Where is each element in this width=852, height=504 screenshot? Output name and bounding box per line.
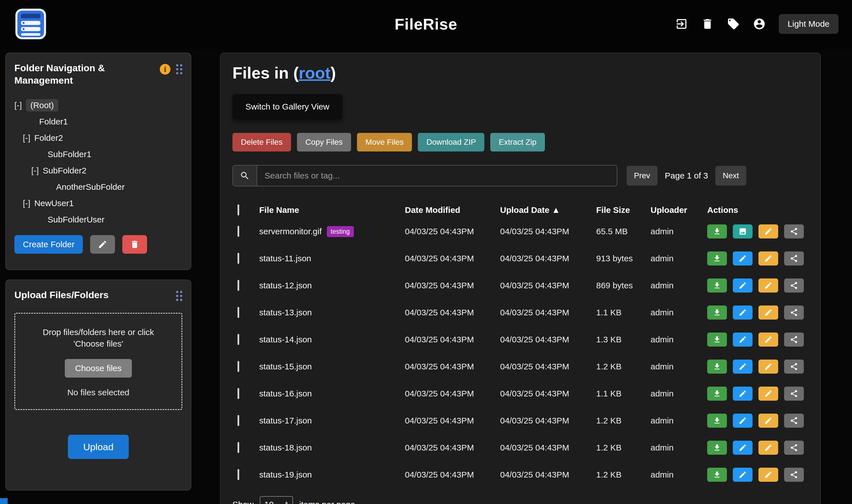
tree-toggle[interactable]: [-] <box>23 133 31 143</box>
rename-file-button[interactable] <box>759 360 778 374</box>
share-file-button[interactable] <box>784 386 804 401</box>
row-checkbox[interactable] <box>238 226 239 237</box>
drag-handle-icon[interactable] <box>176 291 182 301</box>
row-checkbox[interactable] <box>238 307 239 318</box>
rename-file-button[interactable] <box>759 224 778 238</box>
file-name[interactable]: status-18.json <box>259 443 312 452</box>
file-name[interactable]: status-12.json <box>259 281 312 290</box>
account-icon[interactable] <box>753 17 766 31</box>
share-file-button[interactable] <box>784 251 804 266</box>
tree-folder-label[interactable]: SubFolder1 <box>48 149 91 159</box>
preview-file-button[interactable] <box>733 224 752 238</box>
download-button[interactable] <box>707 468 727 482</box>
rename-folder-button[interactable] <box>90 235 115 254</box>
share-file-button[interactable] <box>784 414 804 428</box>
rename-file-button[interactable] <box>759 468 778 482</box>
share-file-button[interactable] <box>784 278 804 292</box>
edit-file-button[interactable] <box>733 306 752 320</box>
light-mode-button[interactable]: Light Mode <box>779 14 838 34</box>
share-file-button[interactable] <box>784 224 804 238</box>
tree-folder-label[interactable]: Folder1 <box>39 117 68 126</box>
file-name[interactable]: status-13.json <box>259 308 312 317</box>
file-name[interactable]: status-17.json <box>259 416 312 426</box>
tree-folder-label[interactable]: SubFolder2 <box>43 166 87 175</box>
bulk-action-button[interactable]: Delete Files <box>232 133 291 151</box>
download-button[interactable] <box>707 306 727 320</box>
next-page-button[interactable]: Next <box>715 166 746 185</box>
share-file-button[interactable] <box>784 306 804 320</box>
edit-file-button[interactable] <box>733 251 752 266</box>
row-checkbox[interactable] <box>238 361 239 372</box>
share-file-button[interactable] <box>784 468 804 482</box>
create-folder-button[interactable]: Create Folder <box>14 235 83 254</box>
tree-toggle[interactable]: [-] <box>14 101 22 110</box>
download-button[interactable] <box>707 440 727 455</box>
rename-file-button[interactable] <box>759 440 778 455</box>
tree-toggle[interactable]: [-] <box>31 166 39 175</box>
search-input[interactable] <box>257 165 617 186</box>
bulk-action-button[interactable]: Move Files <box>357 133 412 151</box>
per-page-select[interactable]: 10 ▲▼ <box>260 496 293 504</box>
share-file-button[interactable] <box>784 332 804 347</box>
file-name[interactable]: status-19.json <box>259 470 312 480</box>
tree-folder-label[interactable]: SubFolderUser <box>48 215 105 224</box>
row-checkbox[interactable] <box>238 469 239 480</box>
col-uploader[interactable]: Uploader <box>650 205 707 215</box>
edit-file-button[interactable] <box>733 360 752 374</box>
rename-file-button[interactable] <box>759 278 778 292</box>
file-name[interactable]: status-14.json <box>259 335 312 344</box>
file-name[interactable]: servermonitor.gif <box>259 227 322 236</box>
file-name[interactable]: status-15.json <box>259 362 312 372</box>
drag-handle-icon[interactable] <box>176 64 182 74</box>
tree-folder-label[interactable]: (Root) <box>26 99 58 111</box>
bulk-action-button[interactable]: Download ZIP <box>418 133 484 151</box>
choose-files-button[interactable]: Choose files <box>65 359 132 378</box>
row-checkbox[interactable] <box>238 334 239 345</box>
tree-folder-label[interactable]: Folder2 <box>34 133 63 143</box>
rename-file-button[interactable] <box>759 414 778 428</box>
edit-file-button[interactable] <box>733 386 752 401</box>
download-button[interactable] <box>707 224 727 238</box>
bulk-action-button[interactable]: Extract Zip <box>490 133 545 151</box>
edit-file-button[interactable] <box>733 440 752 455</box>
download-button[interactable] <box>707 414 727 428</box>
tree-folder-label[interactable]: AnotherSubFolder <box>56 182 125 192</box>
download-button[interactable] <box>707 386 727 401</box>
rename-file-button[interactable] <box>759 386 778 401</box>
download-button[interactable] <box>707 360 727 374</box>
search-icon[interactable] <box>233 165 257 186</box>
filerise-logo-icon[interactable] <box>14 7 50 41</box>
share-file-button[interactable] <box>784 360 804 374</box>
tag-icon[interactable] <box>727 17 740 31</box>
col-date-modified[interactable]: Date Modified <box>405 205 500 215</box>
row-checkbox[interactable] <box>238 442 239 453</box>
edit-file-button[interactable] <box>733 332 752 347</box>
row-checkbox[interactable] <box>238 280 239 291</box>
tree-toggle[interactable]: [-] <box>23 198 31 208</box>
prev-page-button[interactable]: Prev <box>627 166 658 185</box>
rename-file-button[interactable] <box>759 332 778 347</box>
trash-icon[interactable] <box>701 17 714 31</box>
col-upload-date[interactable]: Upload Date ▲ <box>500 205 596 215</box>
share-file-button[interactable] <box>784 440 804 455</box>
download-button[interactable] <box>707 332 727 347</box>
row-checkbox[interactable] <box>238 253 239 264</box>
file-dropzone[interactable]: Drop files/folders here or click 'Choose… <box>14 313 182 410</box>
delete-folder-button[interactable] <box>122 235 147 254</box>
root-folder-link[interactable]: root <box>299 64 330 82</box>
edit-file-button[interactable] <box>733 278 752 292</box>
select-all-checkbox[interactable] <box>238 204 239 215</box>
col-file-name[interactable]: File Name <box>259 205 405 215</box>
download-button[interactable] <box>707 251 727 266</box>
col-file-size[interactable]: File Size <box>596 205 650 215</box>
switch-gallery-view-button[interactable]: Switch to Gallery View <box>232 94 342 120</box>
upload-button[interactable]: Upload <box>68 435 129 459</box>
file-name[interactable]: status-11.json <box>259 254 311 263</box>
bulk-action-button[interactable]: Copy Files <box>297 133 351 151</box>
row-checkbox[interactable] <box>238 415 239 426</box>
edit-file-button[interactable] <box>733 414 752 428</box>
tree-folder-label[interactable]: NewUser1 <box>34 198 74 208</box>
info-icon[interactable]: i <box>160 64 171 75</box>
file-name[interactable]: status-16.json <box>259 389 312 398</box>
edit-file-button[interactable] <box>733 468 752 482</box>
